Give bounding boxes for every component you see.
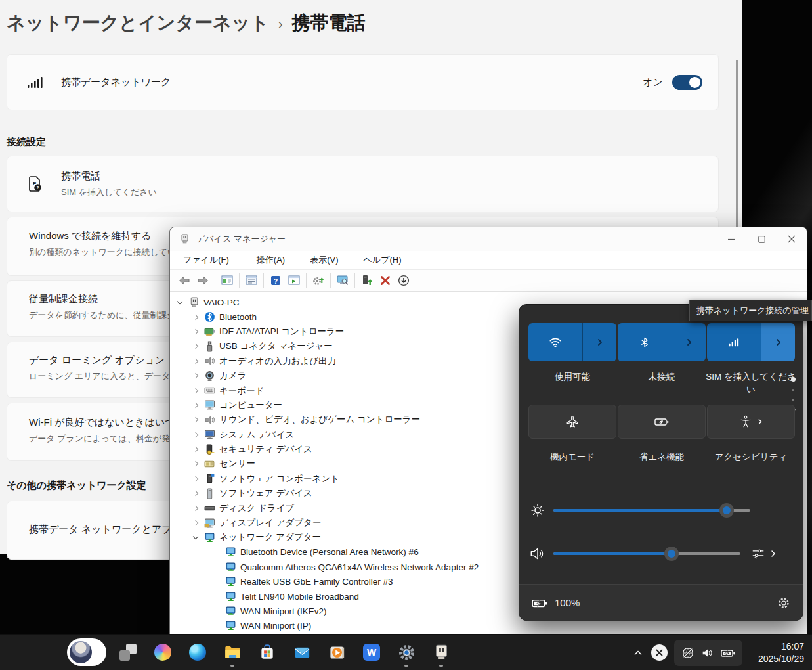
cellular-tile[interactable] [707, 323, 795, 361]
energy-saver-tile-label: 省エネ機能 [616, 451, 708, 463]
taskbar-device-manager[interactable] [427, 637, 456, 667]
chevron-right-icon[interactable] [191, 503, 202, 514]
chevron-right-icon[interactable] [191, 414, 202, 425]
chevron-right-icon[interactable] [191, 370, 202, 381]
uninstall-device-icon[interactable] [376, 272, 395, 289]
cellular-bars-icon[interactable] [707, 323, 761, 361]
chevron-down-icon[interactable] [175, 297, 186, 307]
volume-fill [553, 552, 672, 555]
chevron-right-icon[interactable] [191, 326, 202, 337]
brightness-thumb[interactable] [719, 503, 734, 518]
taskbar-edge[interactable] [183, 637, 212, 667]
taskbar-copilot[interactable] [148, 637, 177, 667]
chevron-right-icon[interactable] [191, 488, 202, 499]
accessibility-tile[interactable] [707, 405, 795, 439]
taskbar-wps-office[interactable] [357, 637, 386, 667]
cellular-data-toggle[interactable] [672, 75, 702, 90]
device-manager-titlebar[interactable]: デバイス マネージャー [170, 227, 807, 251]
battery-charging-icon[interactable] [531, 594, 548, 612]
audio-output-chevron-icon[interactable] [769, 550, 777, 558]
chevron-right-icon[interactable] [191, 444, 202, 455]
running-indicator [230, 665, 234, 667]
audio-icon [204, 355, 215, 367]
taskbar-mail[interactable] [288, 637, 316, 667]
bluetooth-tile[interactable] [618, 323, 706, 361]
bluetooth-icon[interactable] [618, 323, 672, 361]
airplane-mode-tile[interactable] [528, 405, 616, 439]
tree-item-label: ソフトウェア コンポーネント [219, 473, 339, 485]
menu-help[interactable]: ヘルプ(H) [357, 252, 408, 268]
hidden-icons-chevron[interactable] [628, 641, 648, 665]
close-button[interactable] [777, 227, 807, 251]
net-icon [225, 606, 236, 617]
minimize-button[interactable] [716, 227, 746, 251]
taskbar-store[interactable] [253, 637, 282, 667]
wifi-tile[interactable] [528, 323, 616, 361]
tree-item-label: Qualcomm Atheros QCA61x4A Wireless Netwo… [240, 562, 479, 572]
tree-item-label: センサー [219, 458, 255, 470]
tree-item-label: ソフトウェア デバイス [219, 487, 312, 499]
maximize-button[interactable] [746, 227, 777, 251]
taskbar-clock[interactable]: 16:07 2025/10/29 [746, 640, 812, 665]
taskbar-file-explorer[interactable] [218, 637, 247, 667]
menu-view[interactable]: 表示(V) [303, 252, 345, 268]
properties-icon[interactable] [242, 272, 261, 289]
cellular-phone-card[interactable]: E? 携帯電話 SIM を挿入してください [7, 156, 719, 212]
chevron-right-icon[interactable] [191, 458, 202, 469]
help-icon[interactable]: ? [267, 272, 285, 289]
taskbar-task-view[interactable] [114, 637, 142, 667]
wifi-expand-chevron[interactable] [582, 323, 616, 361]
chevron-right-icon[interactable] [191, 518, 202, 528]
menu-action[interactable]: 操作(A) [250, 252, 291, 268]
airplane-icon [565, 414, 580, 429]
wifi-icon[interactable] [528, 323, 582, 361]
settings-gear-icon[interactable] [777, 596, 791, 610]
help-topics-icon[interactable] [285, 272, 303, 289]
page-dot[interactable] [792, 389, 794, 391]
volume-thumb[interactable] [664, 547, 679, 561]
cellular-expand-chevron[interactable] [761, 323, 795, 361]
chevron-right-icon[interactable] [191, 341, 202, 351]
cellular-data-card: 携帯データネットワーク オン [7, 54, 719, 110]
brightness-slider[interactable] [553, 509, 750, 512]
tree-item-label: セキュリティ デバイス [219, 443, 312, 455]
back-icon[interactable] [175, 272, 194, 289]
page-dot[interactable] [792, 399, 794, 401]
audio-output-icon[interactable] [751, 547, 765, 561]
tray-x-icon[interactable] [648, 641, 670, 665]
chevron-right-icon[interactable] [191, 312, 202, 323]
breadcrumb-separator: › [278, 15, 283, 32]
chevron-right-icon[interactable] [191, 356, 202, 367]
tree-item-label: USB コネクタ マネージャー [219, 340, 333, 352]
search-computer-icon[interactable] [333, 272, 352, 289]
tree-item-label: カメラ [219, 370, 246, 382]
tree-item-label: コンピューター [219, 399, 282, 411]
accessibility-tile-label: アクセシビリティ [705, 451, 797, 463]
chevron-right-icon[interactable] [191, 400, 202, 411]
disable-device-icon[interactable] [395, 272, 413, 289]
taskbar-media-player[interactable] [322, 637, 351, 667]
chevron-right-icon[interactable] [191, 386, 202, 396]
page-dot-active[interactable] [791, 377, 796, 382]
section-heading: 接続設定 [7, 136, 46, 148]
quick-settings-button[interactable] [674, 640, 742, 666]
speaker-icon[interactable] [528, 545, 545, 562]
chevron-right-icon[interactable] [191, 474, 202, 484]
brightness-icon [530, 502, 545, 518]
battery-charging-icon [720, 645, 736, 661]
update-driver-icon[interactable] [358, 272, 376, 289]
taskbar-app-pill[interactable] [66, 637, 108, 667]
taskbar-settings[interactable] [392, 637, 421, 667]
wps-office-icon [363, 644, 380, 661]
menu-file[interactable]: ファイル(F) [177, 252, 236, 268]
chevron-right-icon[interactable] [191, 430, 202, 440]
volume-slider[interactable] [553, 552, 740, 555]
chevron-down-icon[interactable] [191, 532, 202, 543]
media-player-icon [328, 644, 346, 661]
breadcrumb-parent[interactable]: ネットワークとインターネット [7, 11, 269, 35]
console-window-icon[interactable] [218, 272, 236, 289]
scan-hardware-changes-icon[interactable] [309, 272, 328, 289]
forward-icon[interactable] [194, 272, 212, 289]
energy-saver-tile[interactable] [618, 405, 706, 439]
bluetooth-expand-chevron[interactable] [672, 323, 706, 361]
